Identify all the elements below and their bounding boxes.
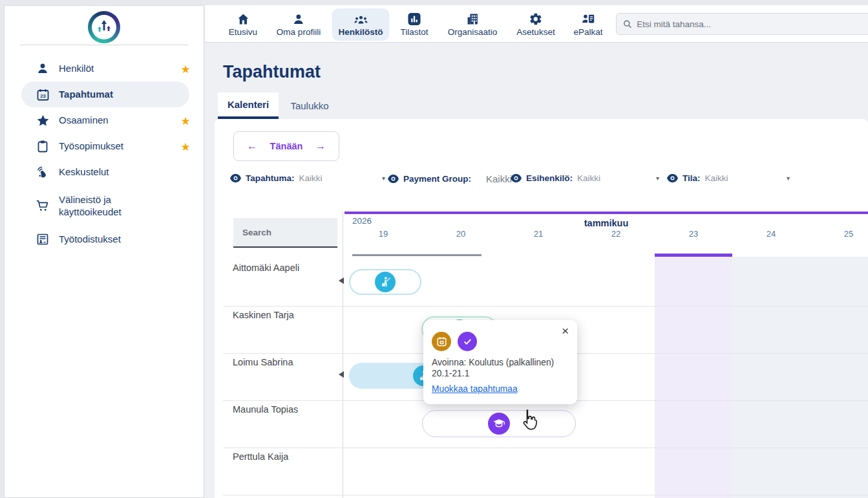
filter-tapahtuma[interactable]: Tapahtuma: Kaikki ▾ <box>230 173 385 183</box>
sidebar-item-tyosopimukset[interactable]: Työsopimukset <box>21 133 189 159</box>
event-pill-vacation[interactable] <box>349 269 421 295</box>
favorite-star-icon[interactable]: ★ <box>179 63 192 76</box>
search-icon <box>623 19 632 29</box>
top-navigation: Etusivu Oma profiili Henkilöstö Tilastot… <box>204 5 868 43</box>
filter-label: Esihenkilö: <box>526 173 573 183</box>
sidebar-item-henkilot[interactable]: Henkilöt <box>21 56 189 81</box>
today-button[interactable]: Tänään <box>270 141 303 151</box>
today-navigation: ← Tänään → <box>233 131 339 161</box>
global-search-input[interactable] <box>637 19 865 29</box>
filter-label: Tila: <box>683 173 701 183</box>
star-icon <box>36 114 50 127</box>
favorite-star-icon[interactable]: ★ <box>179 140 192 154</box>
people-search-input[interactable] <box>242 228 328 237</box>
sidebar: Henkilöt ★ 23 Tapahtumat Osaaminen ★ Työ… <box>4 5 204 498</box>
person-icon <box>292 13 305 26</box>
cart-icon <box>36 199 50 213</box>
filter-payment-group[interactable]: Payment Group: Kaikki <box>388 173 512 184</box>
filter-tila[interactable]: Tila: Kaikki ▾ <box>667 173 790 183</box>
nav-oma-profiili[interactable]: Oma profiili <box>270 8 327 41</box>
chevron-down-icon[interactable]: ▾ <box>656 175 659 182</box>
nav-epalkat[interactable]: ePalkat <box>567 8 609 41</box>
sidebar-item-label: Välineistö ja käyttöoikeudet <box>59 193 167 219</box>
filter-label: Payment Group: <box>403 174 471 184</box>
filter-value: Kaikki <box>486 173 512 184</box>
main-content: Tapahtumat Kalenteri Taulukko ← Tänään →… <box>204 43 868 498</box>
day-label[interactable]: 20 <box>448 229 474 239</box>
nav-asetukset[interactable]: Asetukset <box>510 8 561 41</box>
edit-event-link[interactable]: Muokkaa tapahtumaa <box>432 384 518 394</box>
next-arrow-icon[interactable]: → <box>315 140 326 152</box>
logo-arrows-icon <box>96 19 112 36</box>
nav-label: Asetukset <box>516 27 555 37</box>
company-logo <box>5 11 204 43</box>
sidebar-item-label: Osaaminen <box>59 114 109 127</box>
row-divider <box>223 306 868 307</box>
calendar-panel: ← Tänään → Tapahtuma: Kaikki ▾ Payment G… <box>215 119 868 498</box>
sidebar-divider <box>20 45 188 45</box>
filter-value: Kaikki <box>705 173 728 183</box>
gear-icon <box>529 12 543 26</box>
people-search[interactable] <box>233 218 337 248</box>
day-label[interactable]: 23 <box>681 229 706 239</box>
row-divider <box>223 495 868 495</box>
sidebar-item-osaaminen[interactable]: Osaaminen <box>21 107 189 133</box>
graduation-cap-icon <box>488 413 510 435</box>
nav-etusivu[interactable]: Etusivu <box>222 8 264 41</box>
sidebar-item-keskustelut[interactable]: Keskustelut <box>21 159 189 185</box>
check-icon <box>458 332 477 351</box>
nav-label: Etusivu <box>229 27 257 37</box>
people-icon <box>353 13 368 26</box>
calendar-icon: 23 <box>36 88 50 102</box>
popup-event-title: Avoinna: Koulutus (palkallinen) 20.1-21.… <box>432 357 569 379</box>
person-row-label[interactable]: Aittomäki Aapeli <box>233 263 299 273</box>
nav-tilastot[interactable]: Tilastot <box>394 8 434 41</box>
nav-henkilosto[interactable]: Henkilöstö <box>332 8 389 41</box>
svg-text:23: 23 <box>40 93 45 99</box>
event-pill-training[interactable] <box>422 410 576 437</box>
weekend-column-shading <box>732 257 868 498</box>
sidebar-item-valineisto[interactable]: Välineistö ja käyttöoikeudet <box>21 185 189 226</box>
sign-language-icon <box>36 166 50 179</box>
day-label[interactable]: 25 <box>836 229 862 239</box>
filter-value: Kaikki <box>299 173 323 183</box>
timeline-month: tammikuu <box>344 218 868 228</box>
prev-arrow-icon[interactable]: ← <box>247 140 257 152</box>
nav-organisaatio[interactable]: Organisaatio <box>441 8 504 41</box>
tab-taulukko[interactable]: Taulukko <box>279 92 341 119</box>
chevron-down-icon[interactable]: ▾ <box>382 175 385 182</box>
event-continues-left-icon <box>339 371 344 378</box>
sidebar-item-tapahtumat[interactable]: 23 Tapahtumat <box>21 81 189 107</box>
nav-label: Henkilöstö <box>338 27 383 37</box>
tab-kalenteri[interactable]: Kalenteri <box>218 92 279 119</box>
sidebar-item-tyotodistukset[interactable]: Työtodistukset <box>21 226 189 252</box>
visible-range-indicator <box>352 254 482 256</box>
day-label[interactable]: 24 <box>758 229 784 239</box>
filter-esihenkilo[interactable]: Esihenkilö: Kaikki ▾ <box>511 173 659 183</box>
today-column-highlight <box>655 257 732 498</box>
eye-icon <box>667 174 678 182</box>
person-row-label[interactable]: Perttula Kaija <box>233 451 288 462</box>
favorite-star-icon[interactable]: ★ <box>179 114 192 128</box>
nav-label: ePalkat <box>573 27 602 37</box>
sidebar-item-label: Työtodistukset <box>59 233 121 246</box>
sidebar-item-label: Henkilöt <box>59 62 94 75</box>
eye-icon <box>388 175 399 183</box>
sidebar-item-label: Tapahtumat <box>59 88 113 101</box>
person-row-label[interactable]: Loimu Sabrina <box>233 357 293 367</box>
home-icon <box>237 12 250 26</box>
id-card-icon <box>581 12 595 26</box>
certificate-icon <box>36 233 50 246</box>
person-row-label[interactable]: Maunula Topias <box>233 404 298 415</box>
close-icon[interactable]: × <box>562 324 569 338</box>
person-row-label[interactable]: Kaskinen Tarja <box>233 310 294 320</box>
day-label[interactable]: 19 <box>370 229 396 239</box>
eye-icon <box>230 174 241 182</box>
clipboard-icon <box>36 140 50 153</box>
global-search[interactable] <box>616 13 868 35</box>
day-label[interactable]: 21 <box>525 229 551 239</box>
nav-label: Oma profiili <box>277 27 321 37</box>
person-travel-icon <box>375 272 396 292</box>
chevron-down-icon[interactable]: ▾ <box>787 175 790 182</box>
day-label[interactable]: 22 <box>603 229 629 239</box>
